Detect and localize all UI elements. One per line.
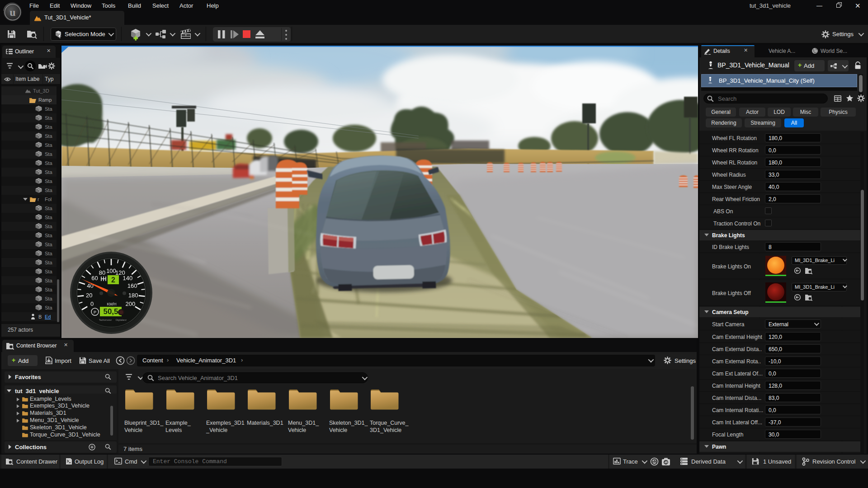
- svg-text:u: u: [9, 6, 15, 18]
- svg-text:180: 180: [128, 292, 138, 299]
- svg-text:KM/H: KM/H: [107, 302, 116, 306]
- svg-text:20: 20: [86, 292, 92, 299]
- svg-text:200: 200: [126, 300, 136, 307]
- svg-text:100: 100: [106, 267, 116, 274]
- svg-text:P: P: [94, 310, 96, 314]
- svg-text:140: 140: [123, 275, 133, 282]
- svg-text:160: 160: [127, 282, 137, 289]
- svg-text:Tachometer: Tachometer: [99, 319, 112, 321]
- svg-text:Digitalanz: Digitalanz: [116, 319, 127, 321]
- svg-text:2: 2: [111, 276, 115, 284]
- svg-text:0: 0: [90, 300, 94, 307]
- svg-text:80: 80: [99, 269, 105, 276]
- svg-text:50,5: 50,5: [103, 307, 118, 316]
- svg-text:60: 60: [91, 275, 98, 282]
